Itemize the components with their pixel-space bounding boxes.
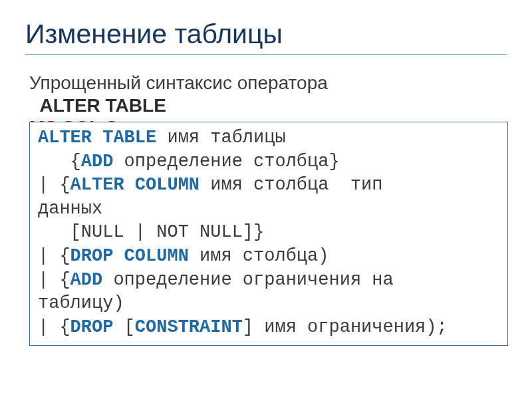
code-text: { bbox=[38, 152, 81, 172]
code-text: таблицу) bbox=[38, 293, 124, 313]
intro-keyword: ALTER TABLE bbox=[40, 95, 166, 116]
code-text: определение столбца} bbox=[113, 152, 339, 172]
intro-text: Упрощенный синтаксис оператора ALTER TAB… bbox=[29, 72, 507, 116]
kw-constraint: CONSTRAINT bbox=[135, 317, 243, 337]
code-text: [NULL | NOT NULL]} bbox=[38, 222, 264, 242]
intro-line1: Упрощенный синтаксис оператора bbox=[29, 72, 328, 93]
code-text: | { bbox=[38, 317, 70, 337]
code-text: имя столбца тип bbox=[200, 175, 382, 195]
code-box: ALTER TABLE имя таблицы {ADD определение… bbox=[29, 122, 508, 346]
kw-add: ADD bbox=[81, 152, 114, 172]
kw-add-2: ADD bbox=[70, 270, 103, 290]
code-text: [ bbox=[113, 317, 134, 337]
code-text: | { bbox=[38, 175, 70, 195]
code-text: ] имя ограничения); bbox=[243, 317, 448, 337]
code-text: | { bbox=[38, 246, 70, 266]
code-text: данных bbox=[38, 199, 102, 219]
code-block: ALTER TABLE имя таблицы {ADD определение… bbox=[38, 126, 499, 340]
code-text: | { bbox=[38, 270, 70, 290]
kw-alter-column: ALTER COLUMN bbox=[70, 175, 200, 195]
kw-drop: DROP bbox=[70, 317, 114, 337]
code-text: имя столбца) bbox=[189, 246, 329, 266]
code-text: имя таблицы bbox=[156, 128, 285, 148]
code-text: определение ограничения на bbox=[102, 270, 393, 290]
kw-drop-column: DROP COLUMN bbox=[70, 246, 189, 266]
kw-alter-table: ALTER TABLE bbox=[38, 128, 156, 148]
slide-title: Изменение таблицы bbox=[25, 19, 507, 55]
